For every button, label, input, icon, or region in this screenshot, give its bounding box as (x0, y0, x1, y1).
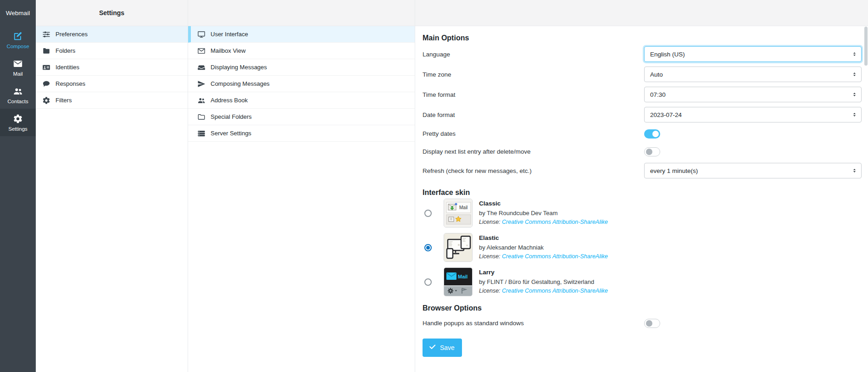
monitor-icon (197, 30, 206, 39)
settings-nav-item-folders[interactable]: Folders (36, 43, 188, 59)
select-arrows-icon (851, 111, 858, 118)
classic-radio[interactable] (424, 210, 432, 217)
time-format-select[interactable]: 07:30 (644, 87, 862, 102)
settings-nav-item-identities[interactable]: Identities (36, 59, 188, 76)
elastic-skin-thumbnail[interactable] (444, 233, 473, 262)
form-row-handle-popups: Handle popups as standard windows (423, 314, 862, 332)
section-item-label: Server Settings (211, 130, 251, 137)
gear-icon (42, 96, 50, 105)
refresh-select[interactable]: every 1 minute(s) (644, 163, 862, 178)
language-label: Language (423, 51, 644, 58)
select-arrows-icon (851, 91, 858, 98)
app-brand: Webmail (0, 0, 36, 26)
save-button-label: Save (440, 344, 455, 351)
form-row-date-format: Date format 2023-07-24 (423, 105, 862, 125)
form-row-refresh: Refresh (check for new messages, etc.) e… (423, 161, 862, 181)
settings-nav-item-label: Identities (56, 64, 79, 71)
elastic-license-link[interactable]: Creative Commons Attribution-ShareAlike (502, 253, 608, 260)
section-item-address-book[interactable]: Address Book (188, 92, 415, 109)
language-select[interactable]: English (US) (644, 46, 862, 62)
settings-nav-item-preferences[interactable]: Preferences (36, 26, 188, 43)
section-item-displaying-messages[interactable]: Displaying Messages (188, 59, 415, 76)
time-format-label: Time format (423, 91, 644, 98)
date-format-select[interactable]: 2023-07-24 (644, 107, 862, 122)
select-arrows-icon (851, 167, 858, 174)
date-format-label: Date format (423, 111, 644, 118)
refresh-label: Refresh (check for new messages, etc.) (423, 167, 644, 174)
license-label: License: (479, 219, 501, 225)
sidebar-item-settings[interactable]: Settings (0, 109, 36, 136)
settings-nav-item-filters[interactable]: Filters (36, 92, 188, 109)
section-item-composing-messages[interactable]: Composing Messages (188, 76, 415, 92)
sidebar-item-label: Settings (8, 126, 28, 132)
main-content: Main Options Language English (US) Time … (415, 0, 868, 372)
license-label: License: (479, 288, 501, 294)
app-sidebar: Webmail Compose Mail Contacts Settings (0, 0, 36, 372)
select-arrows-icon (851, 51, 858, 58)
save-button[interactable]: Save (423, 339, 462, 357)
larry-skin-thumbnail[interactable]: Mail (444, 267, 473, 296)
settings-nav-title: Settings (99, 9, 124, 17)
elastic-skin-name: Elastic (479, 233, 608, 243)
settings-nav-item-responses[interactable]: Responses (36, 76, 188, 92)
envelope-icon (197, 47, 206, 55)
settings-nav-column: Settings Preferences Folders Identities (36, 0, 188, 372)
paper-plane-icon (197, 80, 206, 88)
skin-option-classic: Mail Classic by The Roundcube Dev Team L… (423, 199, 862, 228)
sidebar-item-mail[interactable]: Mail (0, 54, 36, 81)
user-interface-form: Main Options Language English (US) Time … (415, 26, 868, 372)
section-item-label: Address Book (211, 97, 248, 104)
form-row-language: Language English (US) (423, 44, 862, 64)
inbox-icon (197, 63, 206, 72)
section-item-user-interface[interactable]: User Interface (188, 26, 415, 43)
section-item-server-settings[interactable]: Server Settings (188, 125, 415, 142)
display-next-toggle[interactable] (644, 147, 660, 156)
handle-popups-toggle[interactable] (644, 319, 660, 328)
section-item-mailbox-view[interactable]: Mailbox View (188, 43, 415, 59)
vertical-scrollbar[interactable] (864, 27, 868, 66)
mail-icon (13, 59, 23, 69)
contacts-icon (13, 86, 23, 96)
elastic-radio[interactable] (424, 244, 432, 251)
section-item-special-folders[interactable]: Special Folders (188, 109, 415, 125)
id-card-icon (42, 63, 50, 72)
settings-nav-item-label: Responses (56, 80, 85, 87)
classic-thumb-label: Mail (459, 205, 467, 210)
language-select-value: English (US) (650, 51, 685, 58)
timezone-select-value: Auto (650, 71, 663, 78)
server-icon (197, 129, 206, 138)
roundcube-settings-window: Webmail Compose Mail Contacts Settings (0, 0, 868, 372)
timezone-label: Time zone (423, 71, 644, 78)
sections-header (188, 0, 415, 26)
content-header (415, 0, 868, 26)
form-row-time-format: Time format 07:30 (423, 84, 862, 105)
preference-sections-column: User Interface Mailbox View Displaying M… (188, 0, 415, 372)
larry-radio[interactable] (424, 278, 432, 286)
settings-nav-item-label: Preferences (56, 31, 88, 38)
classic-license-link[interactable]: Creative Commons Attribution-ShareAlike (502, 219, 608, 225)
pretty-dates-toggle[interactable] (644, 129, 660, 139)
classic-skin-thumbnail[interactable]: Mail (444, 199, 473, 228)
section-item-label: Displaying Messages (211, 64, 267, 71)
elastic-skin-author: by Aleksander Machniak (479, 243, 608, 252)
time-format-select-value: 07:30 (650, 91, 666, 98)
settings-nav-item-label: Folders (56, 47, 75, 54)
larry-license-link[interactable]: Creative Commons Attribution-ShareAlike (502, 288, 608, 294)
sidebar-item-label: Contacts (7, 99, 28, 104)
sidebar-item-contacts[interactable]: Contacts (0, 81, 36, 109)
section-item-label: User Interface (211, 31, 248, 38)
select-arrows-icon (851, 71, 858, 78)
folder-outline-icon (197, 113, 206, 121)
form-row-pretty-dates: Pretty dates (423, 125, 862, 143)
section-item-label: Mailbox View (211, 47, 245, 54)
folder-icon (42, 47, 50, 55)
compose-icon (13, 31, 23, 41)
sidebar-item-label: Mail (13, 71, 22, 77)
main-options-heading: Main Options (423, 34, 862, 42)
classic-skin-author: by The Roundcube Dev Team (479, 209, 608, 218)
refresh-select-value: every 1 minute(s) (650, 167, 698, 174)
sidebar-item-compose[interactable]: Compose (0, 26, 36, 54)
timezone-select[interactable]: Auto (644, 67, 862, 82)
pretty-dates-label: Pretty dates (423, 130, 644, 137)
sidebar-item-label: Compose (6, 44, 29, 49)
